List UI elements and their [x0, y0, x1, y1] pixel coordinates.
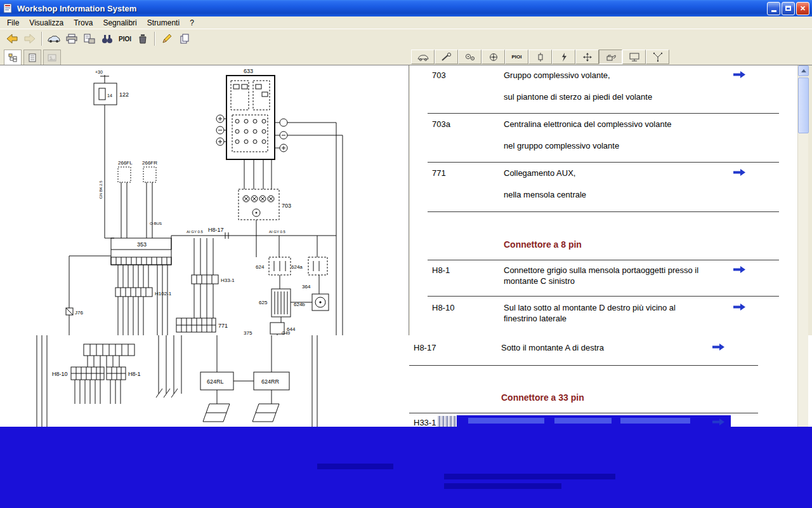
connector-desc: nella mensola centrale	[504, 190, 586, 199]
component-624rl: 624RL	[200, 372, 233, 390]
menu-help[interactable]: ?	[185, 17, 199, 29]
diagram-label: 122	[119, 91, 129, 98]
component-353: 353	[111, 238, 171, 335]
vertical-scrollbar[interactable]	[797, 65, 808, 427]
diagram-label: H33-1	[221, 277, 235, 283]
scroll-up-button[interactable]	[798, 65, 809, 76]
app-icon	[3, 3, 14, 14]
jump-arrow-icon[interactable]	[733, 265, 746, 272]
titlebar: Workshop Information System ✕	[0, 0, 812, 17]
diagram-label: 703	[282, 203, 291, 209]
wiring-diagram-pane: +30 14 122 GN BK 2.5 633	[0, 65, 409, 335]
print-page-button[interactable]	[81, 30, 98, 47]
diagram-label: H8-17	[208, 227, 224, 233]
diagram-label: 624	[256, 264, 265, 270]
jump-arrow-icon[interactable]	[712, 342, 725, 350]
diagram-label: 353	[137, 241, 147, 248]
menu-visualizza[interactable]: Visualizza	[24, 17, 69, 29]
pioi-button[interactable]: PIOI	[116, 30, 134, 47]
connector-code: H8-1	[432, 265, 450, 275]
obscured-text	[554, 418, 612, 424]
category-toolbar: PIOI	[411, 50, 669, 64]
menu-file[interactable]: File	[2, 17, 24, 29]
tab-image[interactable]	[43, 50, 61, 65]
vehicle-button[interactable]	[45, 30, 63, 47]
diagram-label: G49	[282, 331, 290, 335]
connector-desc: Sul lato sotto al montante D destro più …	[504, 303, 676, 312]
tool-harness-button[interactable]	[646, 50, 669, 64]
component-h102-1: H102-1	[115, 288, 172, 335]
diagram-label: 364	[302, 284, 311, 290]
ink-button[interactable]	[134, 30, 152, 47]
view-tabs	[4, 50, 61, 65]
tool-wheel-button[interactable]	[481, 50, 505, 64]
car-icon	[47, 34, 61, 44]
diagram-label: +30	[95, 70, 103, 74]
scrollbar-thumb[interactable]	[798, 77, 809, 133]
search-button[interactable]	[98, 30, 116, 47]
tool-body-button[interactable]	[411, 50, 435, 64]
component-624rr: 624RR	[254, 372, 289, 390]
connector-desc: Connettore grigio sulla mensola portaogg…	[504, 265, 698, 275]
obscured-text	[468, 418, 544, 424]
component-h8-10: H8-10	[52, 367, 104, 380]
tool-pioi-button[interactable]: PIOI	[505, 50, 528, 64]
row-separator	[428, 296, 779, 297]
menu-trova[interactable]: Trova	[69, 17, 98, 29]
connector-desc: montante C sinistro	[504, 276, 575, 286]
menu-segnalibri[interactable]: Segnalibri	[98, 17, 141, 29]
tool-gears-button[interactable]	[458, 50, 481, 64]
connector-desc: Gruppo complessivo volante,	[504, 70, 610, 80]
section-heading-33pin: Connettore a 33 pin	[501, 392, 584, 403]
diagram-label: 633	[244, 68, 253, 74]
up-arrow-icon	[801, 69, 806, 72]
menu-strumenti[interactable]: Strumenti	[142, 17, 185, 29]
print-button[interactable]	[63, 30, 81, 47]
forward-button[interactable]	[21, 30, 39, 47]
copy-button[interactable]	[176, 30, 193, 47]
tab-contents[interactable]	[4, 50, 22, 65]
component-771: 771 375	[176, 318, 252, 335]
obscured-text	[444, 474, 615, 479]
tool-wrench-button[interactable]	[435, 50, 458, 64]
jump-arrow-icon[interactable]	[733, 302, 746, 310]
ink-bottle-icon	[138, 34, 147, 44]
diagram-label: 624RL	[207, 378, 224, 385]
document-icon	[28, 53, 37, 62]
connector-code: H33-1	[414, 418, 436, 427]
gears-icon	[464, 52, 476, 62]
wiring-diagram-bottom-strip: H8-10 H8-1 624RL 624RR	[0, 335, 392, 427]
tool-move-button[interactable]	[575, 50, 599, 64]
harness-icon	[652, 52, 664, 62]
diagram-label: H8-1	[128, 371, 141, 377]
obscured-text	[444, 483, 561, 489]
back-arrow-icon	[6, 33, 18, 44]
component-h8-1: H8-1	[107, 367, 141, 380]
binoculars-icon	[101, 34, 114, 44]
component-266: 266FL 266FR	[118, 160, 157, 238]
minimize-button[interactable]	[767, 2, 780, 15]
tool-electrics-button[interactable]	[552, 50, 575, 64]
jump-arrow-icon[interactable]	[733, 168, 746, 175]
lightning-icon	[558, 52, 570, 62]
component-625: 625	[259, 289, 291, 323]
back-button[interactable]	[3, 30, 21, 47]
tool-lubrication-button[interactable]	[599, 50, 622, 64]
tool-suspension-button[interactable]	[528, 50, 552, 64]
printer-icon	[65, 34, 78, 44]
component-624: 624 624a	[256, 236, 327, 294]
tab-document[interactable]	[23, 50, 41, 65]
main-area: +30 14 122 GN BK 2.5 633	[0, 65, 812, 508]
wire-h8-17: H8-17 AI GY 0.5 AI GY 0.5	[171, 123, 343, 335]
connector-code: 703a	[432, 119, 450, 129]
maximize-button[interactable]	[782, 2, 795, 15]
jump-arrow-icon[interactable]	[712, 417, 725, 425]
jump-arrow-icon[interactable]	[733, 70, 746, 77]
connector-desc: Collegamento AUX,	[504, 168, 575, 178]
component-122: +30 14 122 GN BK 2.5	[94, 70, 129, 238]
wrench-icon	[440, 52, 453, 62]
highlighter-button[interactable]	[158, 30, 176, 47]
close-button[interactable]: ✕	[796, 2, 809, 15]
diagram-label: J76	[75, 310, 83, 316]
tool-diagnostics-button[interactable]	[622, 50, 646, 64]
